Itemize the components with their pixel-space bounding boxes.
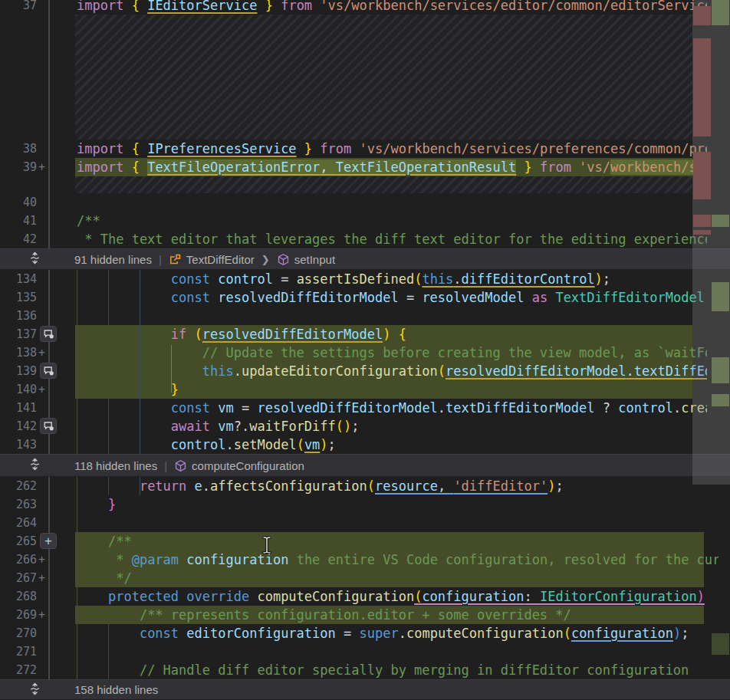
code-line-270[interactable]: 270 const editorConfiguration = super.co… xyxy=(0,624,730,642)
hidden-lines-bar-content: 158 hidden lines xyxy=(74,680,158,699)
code-line-142[interactable]: 142 await vm?.waitForDiff(); xyxy=(0,417,730,435)
code-text: } xyxy=(75,495,718,514)
line-number: 136 xyxy=(0,307,37,325)
comment-thread-button[interactable] xyxy=(40,418,57,434)
line-number: 263 xyxy=(0,495,37,514)
breadcrumb-item[interactable]: setInput xyxy=(277,253,335,266)
hidden-lines-bar[interactable]: 118 hidden lines|computeConfiguration xyxy=(0,454,730,477)
line-number: 139 xyxy=(0,362,37,380)
code-text: * The text editor that leverages the dif… xyxy=(75,230,707,248)
hidden-lines-bar-content: 91 hidden lines|TextDiffEditor❯setInput xyxy=(74,249,335,269)
line-number: 266 xyxy=(0,550,37,569)
comment-thread-button[interactable] xyxy=(40,326,57,342)
code-text xyxy=(75,514,718,532)
line-number: 42 xyxy=(0,230,37,248)
code-line-40[interactable]: 40 xyxy=(0,193,730,212)
line-number: 143 xyxy=(0,435,37,454)
code-line-140[interactable]: 140+ } xyxy=(0,380,730,399)
hidden-lines-count: 118 hidden lines xyxy=(74,459,157,472)
line-number: 262 xyxy=(0,477,37,495)
method-symbol-icon xyxy=(277,253,290,266)
code-text: const vm = resolvedDiffEditorModel.textD… xyxy=(75,399,707,417)
active-bracket-guide xyxy=(171,345,172,393)
code-line-42[interactable]: 42 * The text editor that leverages the … xyxy=(0,230,730,248)
hidden-lines-bar[interactable]: 91 hidden lines|TextDiffEditor❯setInput xyxy=(0,248,730,270)
breadcrumb-item[interactable]: TextDiffEditor xyxy=(169,253,255,266)
diff-added-marker: + xyxy=(38,569,45,587)
code-text: */ xyxy=(75,569,718,587)
code-line-266[interactable]: 266+ * @param configuration the entire V… xyxy=(0,550,730,569)
code-line-265[interactable]: 265-+ /** xyxy=(0,532,730,550)
code-line-268[interactable]: 268 protected override computeConfigurat… xyxy=(0,587,730,606)
code-line-272[interactable]: 272 // Handle diff editor specially by m… xyxy=(0,661,730,679)
overview-ruler[interactable] xyxy=(692,0,730,700)
indent-guide xyxy=(108,477,109,495)
class-symbol-icon xyxy=(169,253,182,266)
code-line-269[interactable]: 269+ /** represents configuration.editor… xyxy=(0,606,730,624)
editor-rows: 37import { IEditorService } from 'vs/wor… xyxy=(0,0,730,700)
diff-added-marker: + xyxy=(38,550,45,569)
code-line-263[interactable]: 263 } xyxy=(0,495,730,514)
code-line-137[interactable]: 137- if (resolvedDiffEditorModel) { xyxy=(0,325,730,343)
breadcrumb-label: TextDiffEditor xyxy=(186,253,255,266)
code-line-38[interactable]: 38import { IPreferencesService } from 'v… xyxy=(0,140,730,158)
code-line-136[interactable]: 136 xyxy=(0,307,730,325)
hidden-lines-bar[interactable]: 158 hidden lines xyxy=(0,679,730,700)
code-line-262[interactable]: 262 return e.affectsConfiguration(resour… xyxy=(0,477,730,495)
code-text: const control = assertIsDefined(this.dif… xyxy=(75,270,707,288)
breadcrumb-separator: | xyxy=(159,253,162,266)
unfold-icon[interactable] xyxy=(28,458,41,473)
code-line-267[interactable]: 267+ */ xyxy=(0,569,730,587)
breadcrumb-label: setInput xyxy=(294,253,335,266)
code-text: const editorConfiguration = super.comput… xyxy=(75,624,718,642)
line-number: 271 xyxy=(0,642,37,661)
diff-editor: 37import { IEditorService } from 'vs/wor… xyxy=(0,0,730,700)
indent-guide xyxy=(77,270,77,454)
code-text xyxy=(75,193,707,212)
code-line-139[interactable]: 139- this.updateEditorConfiguration(reso… xyxy=(0,362,730,380)
code-line-41[interactable]: 41/** xyxy=(0,212,730,230)
indent-guide xyxy=(77,477,77,679)
code-line-143[interactable]: 143 control.setModel(vm); xyxy=(0,435,730,454)
code-line-264[interactable]: 264 xyxy=(0,514,730,532)
breadcrumb-item[interactable]: computeConfiguration xyxy=(174,459,304,472)
deleted-lines-region[interactable] xyxy=(0,176,730,193)
code-line-138[interactable]: 138+ // Update the settings before creat… xyxy=(0,343,730,362)
deleted-hatch-pattern xyxy=(75,176,692,193)
code-text: /** represents configuration.editor + so… xyxy=(75,606,718,624)
code-line-141[interactable]: 141 const vm = resolvedDiffEditorModel.t… xyxy=(0,399,730,417)
code-text: if (resolvedDiffEditorModel) { xyxy=(75,325,707,343)
mouse-ibeam-cursor xyxy=(261,535,273,558)
code-line-134[interactable]: 134 const control = assertIsDefined(this… xyxy=(0,270,730,288)
code-text: this.updateEditorConfiguration(resolvedD… xyxy=(75,362,707,380)
diff-added-marker: + xyxy=(38,380,45,399)
scrollbar-slider[interactable] xyxy=(692,0,730,485)
code-text xyxy=(75,307,707,325)
comment-thread-button[interactable] xyxy=(40,363,57,379)
deleted-hatch-pattern xyxy=(75,15,692,140)
add-comment-button[interactable]: + xyxy=(40,533,57,549)
unfold-icon[interactable] xyxy=(28,251,41,267)
code-text: } xyxy=(75,380,707,399)
code-line-135[interactable]: 135 const resolvedDiffEditorModel = reso… xyxy=(0,288,730,307)
code-text: // Update the settings before creating t… xyxy=(75,343,707,362)
code-text: import { IPreferencesService } from 'vs/… xyxy=(75,140,707,158)
method-symbol-icon xyxy=(174,459,187,472)
ruler-added-mark xyxy=(712,633,729,655)
breadcrumb-separator: | xyxy=(164,459,167,472)
code-text xyxy=(75,642,718,661)
deleted-lines-region[interactable] xyxy=(0,15,730,140)
unfold-icon[interactable] xyxy=(28,682,41,698)
hidden-lines-count: 91 hidden lines xyxy=(74,253,152,266)
line-number: 37 xyxy=(0,0,37,15)
code-text: // Handle diff editor specially by mergi… xyxy=(75,661,718,679)
code-text: * @param configuration the entire VS Cod… xyxy=(75,550,718,569)
code-line-37[interactable]: 37import { IEditorService } from 'vs/wor… xyxy=(0,0,730,15)
indent-guide xyxy=(108,606,109,679)
line-number: 41 xyxy=(0,212,37,230)
code-line-271[interactable]: 271 xyxy=(0,642,730,661)
code-text: protected override computeConfiguration(… xyxy=(75,587,718,606)
code-line-39[interactable]: 39+import { TextFileOperationError, Text… xyxy=(0,158,730,176)
code-text: import { TextFileOperationError, TextFil… xyxy=(75,158,707,176)
hidden-lines-bar-content: 118 hidden lines|computeConfiguration xyxy=(74,455,304,476)
